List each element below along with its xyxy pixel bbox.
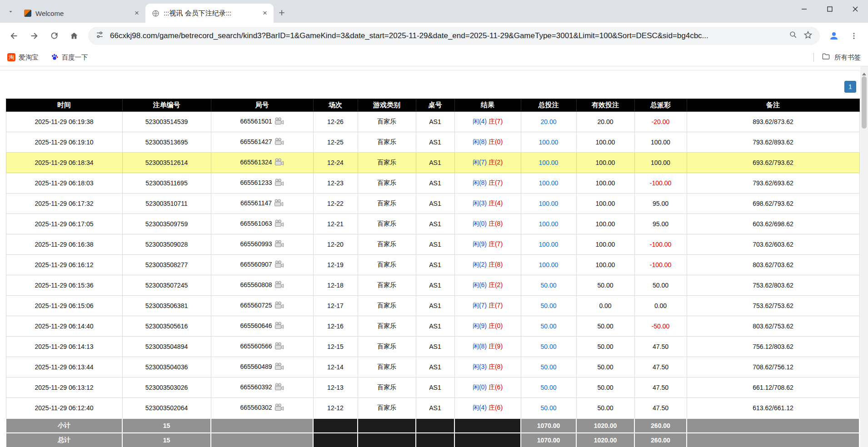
- cell-total-bet: 50.00: [521, 337, 576, 357]
- minimize-button[interactable]: [792, 0, 817, 18]
- total-bet-link[interactable]: 100.00: [539, 241, 559, 248]
- total-bet-link[interactable]: 100.00: [539, 220, 559, 228]
- total-bet-link[interactable]: 100.00: [539, 139, 559, 146]
- back-button[interactable]: [5, 26, 24, 45]
- replay-video-icon[interactable]: [274, 260, 284, 269]
- replay-video-icon[interactable]: [274, 117, 284, 126]
- cell-bet-id: 523003509028: [122, 234, 211, 255]
- tab-search-chevron-icon[interactable]: [4, 0, 17, 23]
- cell-table-no: AS1: [416, 153, 454, 173]
- column-header: 游戏类别: [358, 99, 416, 112]
- tab-betrecord[interactable]: :::视讯 会员下注纪录::: ×: [145, 4, 274, 23]
- total-bet-link[interactable]: 100.00: [539, 261, 559, 268]
- refresh-button[interactable]: [45, 26, 64, 45]
- cell-payout: 95.00: [634, 194, 687, 214]
- cell-remark: 698.62/793.62: [687, 194, 859, 214]
- total-bet-link[interactable]: 100.00: [539, 159, 559, 166]
- replay-video-icon[interactable]: [274, 322, 284, 331]
- total-bet-link[interactable]: 50.00: [540, 323, 556, 330]
- cell-bet-id: 523003509759: [122, 214, 211, 234]
- cell-payout: 47.50: [634, 398, 687, 418]
- cell-total-bet: 50.00: [521, 357, 576, 377]
- cell-table-no: AS1: [416, 173, 454, 194]
- site-settings-icon[interactable]: [95, 30, 104, 41]
- result-player: 闲(4): [473, 404, 487, 411]
- address-bar[interactable]: 66cxkj98.com/game/betrecord_search/kind3…: [88, 27, 820, 45]
- cell-round-id: 665560566: [211, 337, 313, 357]
- tab-close-icon[interactable]: ×: [132, 8, 142, 18]
- replay-video-icon[interactable]: [274, 383, 284, 392]
- replay-video-icon[interactable]: [274, 240, 284, 249]
- cell-result: 闲(4) 庄(7): [454, 112, 521, 132]
- scrollbar-thumb[interactable]: [862, 76, 867, 129]
- result-banker: 庄(9): [489, 343, 503, 350]
- total-bet-link[interactable]: 20.00: [540, 118, 556, 125]
- result-banker: 庄(6): [489, 404, 503, 411]
- bookmark-baidu[interactable]: 百度一下: [50, 53, 88, 62]
- forward-button[interactable]: [25, 26, 44, 45]
- replay-video-icon[interactable]: [274, 199, 284, 208]
- total-bet-link[interactable]: 50.00: [540, 343, 556, 350]
- table-row: 2025-11-29 06:12:40523003502064665560302…: [6, 398, 859, 418]
- maximize-button[interactable]: [817, 0, 843, 18]
- cell-result: 闲(0) 庄(8): [454, 214, 521, 234]
- cell-total-bet: 100.00: [521, 173, 576, 194]
- home-button[interactable]: [65, 26, 84, 45]
- close-button[interactable]: [843, 0, 868, 18]
- cell-remark: 793.62/893.62: [687, 132, 859, 153]
- vertical-scrollbar[interactable]: [860, 66, 868, 447]
- replay-video-icon[interactable]: [274, 219, 284, 228]
- page-1-button[interactable]: 1: [844, 81, 856, 93]
- total-bet-link[interactable]: 50.00: [540, 404, 556, 412]
- cell-result: 闲(9) 庄(7): [454, 234, 521, 255]
- menu-dots-icon[interactable]: [844, 26, 863, 45]
- cell-remark: 708.62/756.12: [687, 357, 859, 377]
- window-controls: [792, 0, 868, 18]
- bookmark-star-icon[interactable]: [803, 30, 813, 41]
- cell-payout: -100.00: [634, 173, 687, 194]
- new-tab-button[interactable]: [274, 5, 290, 21]
- cell-result: 闲(4) 庄(6): [454, 398, 521, 418]
- summary-payout: 260.00: [634, 418, 687, 433]
- cell-bet-id: 523003508277: [122, 255, 211, 275]
- tab-welcome[interactable]: Welcome ×: [17, 4, 145, 23]
- cell-table-no: AS1: [416, 255, 454, 275]
- bookmark-aitaobao[interactable]: 淘 爱淘宝: [7, 53, 39, 62]
- cell-session: 12-24: [313, 153, 358, 173]
- summary-spacer: [416, 433, 454, 447]
- total-bet-link[interactable]: 50.00: [540, 282, 556, 289]
- total-bet-link[interactable]: 50.00: [540, 302, 556, 309]
- cell-time: 2025-11-29 06:18:34: [6, 153, 122, 173]
- total-bet-link[interactable]: 50.00: [540, 384, 556, 391]
- table-row: 2025-11-29 06:14:40523003505616665560646…: [6, 316, 859, 337]
- cell-total-bet: 100.00: [521, 255, 576, 275]
- cell-time: 2025-11-29 06:19:38: [6, 112, 122, 132]
- cell-game-type: 百家乐: [358, 132, 416, 153]
- replay-video-icon[interactable]: [274, 179, 284, 188]
- replay-video-icon[interactable]: [274, 138, 284, 147]
- profile-avatar-icon[interactable]: [824, 26, 843, 45]
- all-bookmarks-button[interactable]: 所有书签: [813, 52, 861, 62]
- cell-game-type: 百家乐: [358, 194, 416, 214]
- cell-session: 12-13: [313, 377, 358, 398]
- total-bet-link[interactable]: 100.00: [539, 179, 559, 187]
- result-banker: 庄(4): [489, 199, 503, 207]
- replay-video-icon[interactable]: [274, 281, 284, 290]
- replay-video-icon[interactable]: [274, 301, 284, 310]
- total-bet-link[interactable]: 100.00: [539, 200, 559, 207]
- bet-record-table: 时间注单编号局号场次游戏类别桌号结果总投注有效投注总派彩备注 2025-11-2…: [5, 99, 860, 447]
- replay-video-icon[interactable]: [274, 403, 284, 412]
- tab-close-icon[interactable]: ×: [260, 8, 270, 18]
- summary-spacer: [454, 418, 521, 433]
- column-header: 备注: [687, 99, 859, 112]
- replay-video-icon[interactable]: [274, 158, 284, 167]
- result-player: 闲(7): [473, 302, 487, 309]
- result-player: 闲(8): [473, 343, 487, 350]
- replay-video-icon[interactable]: [274, 363, 284, 372]
- zoom-icon[interactable]: [789, 30, 798, 41]
- replay-video-icon[interactable]: [274, 342, 284, 351]
- cell-result: 闲(9) 庄(0): [454, 316, 521, 337]
- cell-session: 12-15: [313, 337, 358, 357]
- cell-time: 2025-11-29 06:19:10: [6, 132, 122, 153]
- total-bet-link[interactable]: 50.00: [540, 363, 556, 371]
